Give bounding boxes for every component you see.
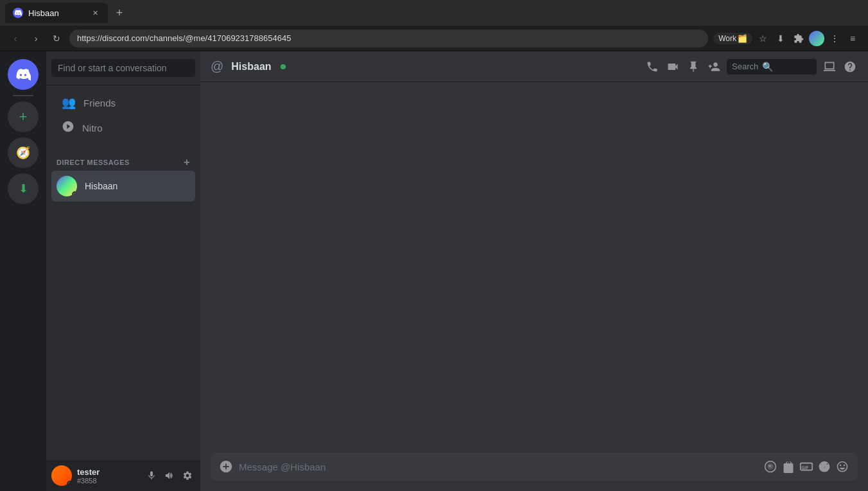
download-apps-button[interactable]: ⬇ — [8, 173, 39, 204]
emoji-button[interactable] — [835, 459, 850, 474]
footer-username: tester — [77, 467, 139, 477]
address-bar: ‹ › ↻ https://discord.com/channels/@me/4… — [0, 26, 868, 51]
dm-sidebar: 👥 Friends Nitro DIRECT MESSAGES + — [46, 51, 200, 491]
svg-text:GIF: GIF — [802, 465, 809, 470]
nitro-label: Nitro — [82, 123, 103, 134]
dm-search-area — [46, 51, 200, 85]
back-button[interactable]: ‹ — [8, 31, 23, 46]
url-text: https://discord.com/channels/@me/4170692… — [77, 33, 291, 43]
nitro-emoji-button[interactable] — [763, 459, 778, 474]
chat-header-status-dot — [281, 64, 286, 69]
active-tab[interactable]: Hisbaan ✕ — [5, 3, 108, 23]
nitro-icon — [62, 120, 74, 136]
extensions-button[interactable] — [791, 31, 806, 46]
footer-userinfo: tester #3858 — [77, 467, 139, 485]
dm-list: Hisbaan — [46, 171, 200, 202]
mute-button[interactable] — [144, 468, 159, 483]
add-server-button[interactable]: + — [8, 101, 39, 132]
friends-label: Friends — [83, 98, 116, 108]
footer-actions — [144, 468, 195, 483]
profile-button[interactable] — [809, 31, 824, 46]
download-button[interactable]: ⬇ — [773, 31, 788, 46]
chat-header-actions: Search 🔍 — [645, 59, 858, 74]
friends-icon: 👥 — [62, 96, 76, 110]
menu-button[interactable]: ≡ — [845, 31, 860, 46]
help-button[interactable] — [842, 59, 858, 74]
reload-button[interactable]: ↻ — [49, 31, 64, 46]
chat-input-actions: GIF — [763, 459, 850, 474]
gif-button[interactable]: GIF — [799, 459, 814, 474]
chat-search-box[interactable]: Search 🔍 — [727, 59, 817, 74]
chat-input-box: GIF — [211, 452, 858, 481]
work-icon: 🗂️ — [738, 34, 747, 43]
nitro-nav-item[interactable]: Nitro — [51, 115, 195, 141]
work-button[interactable]: Work 🗂️ — [713, 33, 752, 44]
dm-item-hisbaan[interactable]: Hisbaan — [51, 171, 195, 202]
attach-file-button[interactable] — [218, 459, 234, 474]
tab-bar: Hisbaan ✕ + — [0, 0, 868, 26]
hisbaan-avatar — [56, 176, 77, 196]
friends-nav-item[interactable]: 👥 Friends — [51, 90, 195, 115]
chat-header-username: Hisbaan — [231, 61, 271, 73]
url-bar[interactable]: https://discord.com/channels/@me/4170692… — [69, 30, 708, 47]
server-sidebar: + 🧭 ⬇ — [0, 51, 46, 491]
footer-avatar — [51, 465, 72, 486]
message-input[interactable] — [239, 461, 758, 472]
discord-home-button[interactable] — [8, 59, 39, 90]
voice-call-button[interactable] — [645, 59, 660, 74]
footer-discriminator: #3858 — [77, 477, 139, 485]
browser-chrome: Hisbaan ✕ + ‹ › ↻ https://discord.com/ch… — [0, 0, 868, 51]
deafen-button[interactable] — [162, 468, 177, 483]
add-friend-button[interactable] — [706, 59, 722, 74]
forward-button[interactable]: › — [28, 31, 44, 46]
chat-input-area: GIF — [200, 452, 868, 491]
dm-section-header: DIRECT MESSAGES + — [46, 146, 200, 171]
pin-button[interactable] — [686, 59, 701, 74]
chat-at-icon: @ — [211, 59, 223, 74]
chat-area: @ Hisbaan — [200, 51, 868, 491]
sticker-button[interactable] — [817, 459, 832, 474]
tab-title: Hisbaan — [28, 8, 59, 18]
dm-footer: tester #3858 — [46, 460, 200, 491]
star-button[interactable]: ☆ — [755, 31, 770, 46]
hisbaan-status-indicator — [72, 191, 77, 196]
dm-section-label: DIRECT MESSAGES — [56, 159, 130, 166]
add-dm-button[interactable]: + — [184, 157, 190, 168]
settings-button[interactable] — [180, 468, 195, 483]
new-tab-button[interactable]: + — [110, 4, 128, 22]
chat-search-text: Search — [732, 62, 758, 71]
discord-app: + 🧭 ⬇ 👥 Friends Nitro DIRECT MESSAGES — [0, 51, 868, 491]
search-icon: 🔍 — [762, 62, 773, 72]
work-label: Work — [718, 34, 736, 43]
browser-actions: Work 🗂️ ☆ ⬇ ⋮ ≡ — [713, 31, 860, 46]
more-button[interactable]: ⋮ — [827, 31, 842, 46]
video-call-button[interactable] — [665, 59, 681, 74]
chat-header: @ Hisbaan — [200, 51, 868, 82]
dm-nav: 👥 Friends Nitro — [46, 85, 200, 146]
chat-messages — [200, 82, 868, 452]
tab-close-button[interactable]: ✕ — [90, 8, 100, 18]
hisbaan-username: Hisbaan — [85, 181, 117, 191]
dm-search-input[interactable] — [51, 59, 195, 77]
inbox-button[interactable] — [822, 59, 837, 74]
gift-button[interactable] — [781, 459, 796, 474]
explore-button[interactable]: 🧭 — [8, 137, 39, 168]
tab-favicon — [13, 8, 23, 18]
footer-status-indicator — [67, 481, 72, 486]
server-divider — [13, 95, 33, 96]
